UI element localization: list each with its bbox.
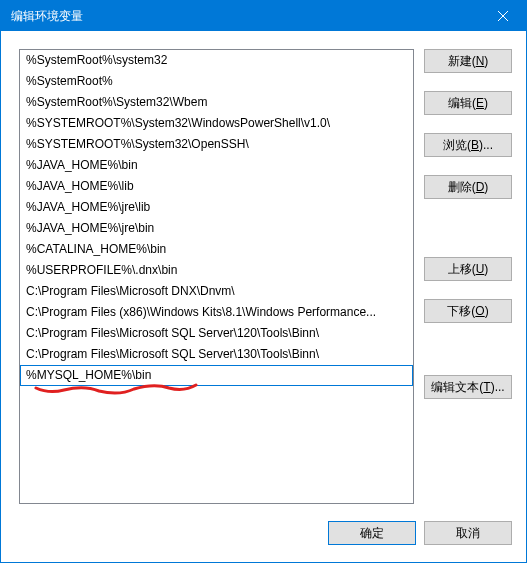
close-button[interactable] [480,1,526,31]
footer: 确定 取消 [1,514,526,562]
list-item[interactable]: %SYSTEMROOT%\System32\WindowsPowerShell\… [20,113,413,134]
list-item[interactable]: %USERPROFILE%\.dnx\bin [20,260,413,281]
list-item[interactable]: C:\Program Files\Microsoft SQL Server\12… [20,323,413,344]
list-item[interactable]: %JAVA_HOME%\bin [20,155,413,176]
list-item[interactable]: C:\Program Files\Microsoft DNX\Dnvm\ [20,281,413,302]
movedown-button[interactable]: 下移(O) [424,299,512,323]
list-item[interactable]: %SystemRoot%\system32 [20,50,413,71]
list-item[interactable]: %JAVA_HOME%\jre\bin [20,218,413,239]
ok-button[interactable]: 确定 [328,521,416,545]
new-button[interactable]: 新建(N) [424,49,512,73]
dialog-window: 编辑环境变量 %SystemRoot%\system32%SystemRoot%… [0,0,527,563]
list-item[interactable]: %JAVA_HOME%\jre\lib [20,197,413,218]
list-item[interactable]: C:\Program Files (x86)\Windows Kits\8.1\… [20,302,413,323]
window-title: 编辑环境变量 [11,8,83,25]
path-listbox[interactable]: %SystemRoot%\system32%SystemRoot%%System… [19,49,414,504]
close-icon [497,10,509,22]
delete-button[interactable]: 删除(D) [424,175,512,199]
cancel-button[interactable]: 取消 [424,521,512,545]
edit-button[interactable]: 编辑(E) [424,91,512,115]
content-area: %SystemRoot%\system32%SystemRoot%%System… [1,31,526,514]
list-item[interactable]: %CATALINA_HOME%\bin [20,239,413,260]
side-button-panel: 新建(N) 编辑(E) 浏览(B)... 删除(D) 上移(U) 下移(O) 编… [424,49,512,504]
moveup-button[interactable]: 上移(U) [424,257,512,281]
list-item[interactable]: %SystemRoot%\System32\Wbem [20,92,413,113]
list-item[interactable]: %SYSTEMROOT%\System32\OpenSSH\ [20,134,413,155]
list-item[interactable]: %JAVA_HOME%\lib [20,176,413,197]
edittext-button[interactable]: 编辑文本(T)... [424,375,512,399]
list-item[interactable]: C:\Program Files\Microsoft SQL Server\13… [20,344,413,365]
browse-button[interactable]: 浏览(B)... [424,133,512,157]
list-item[interactable]: %SystemRoot% [20,71,413,92]
titlebar: 编辑环境变量 [1,1,526,31]
